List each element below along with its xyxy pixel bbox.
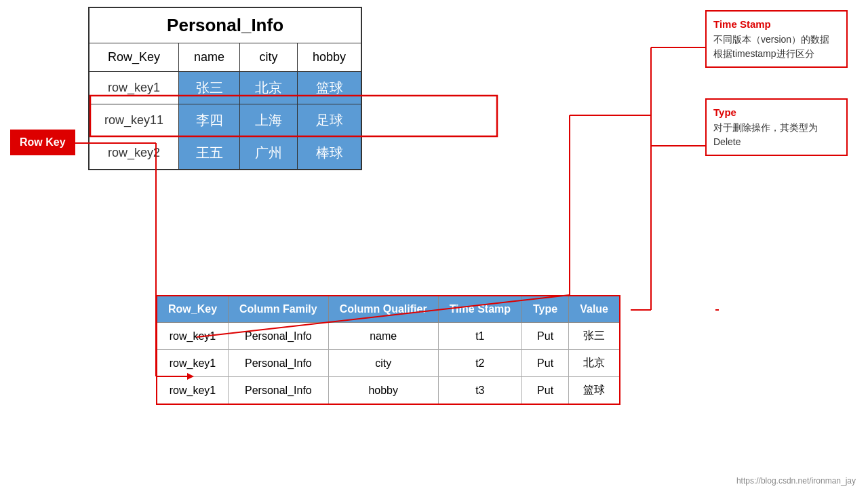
row2-name: 李四 [179,104,240,137]
btable-row: row_key1 Personal_Info name t1 Put 张三 [157,323,620,350]
bottom-table-wrapper: Row_Key Column Family Column Qualifier T… [156,295,620,405]
br3-value: 篮球 [569,377,620,405]
row3-name: 王五 [179,137,240,170]
bth-timestamp: Time Stamp [438,296,521,323]
anno-type-line2: Delete [713,135,840,149]
col-header-rowkey: Row_Key [89,43,179,72]
top-table-wrapper: Personal_Info Row_Key name city hobby ro… [88,7,362,170]
anno-type-line1: 对于删除操作，其类型为 [713,121,840,135]
btable-row: row_key1 Personal_Info hobby t3 Put 篮球 [157,377,620,405]
anno-ts-title: Time Stamp [713,17,840,33]
br2-value: 北京 [569,350,620,377]
anno-ts-line2: 根据timestamp进行区分 [713,47,840,61]
br3-rowkey: row_key1 [157,377,229,405]
anno-type-title: Type [713,105,840,121]
personal-info-table: Personal_Info Row_Key name city hobby ro… [88,7,362,170]
col-header-name: name [179,43,240,72]
hbase-data-table: Row_Key Column Family Column Qualifier T… [156,295,620,405]
col-header-city: city [240,43,298,72]
row2-hobby: 足球 [298,104,362,137]
watermark: https://blog.csdn.net/ironman_jay [736,476,856,486]
bth-value: Value [569,296,620,323]
br1-timestamp: t1 [438,323,521,350]
row3-city: 广州 [240,137,298,170]
row2-city: 上海 [240,104,298,137]
annotation-timestamp: Time Stamp 不同版本（version）的数据 根据timestamp进… [705,10,848,68]
br1-colfamily: Personal_Info [229,323,329,350]
br3-colfamily: Personal_Info [229,377,329,405]
row1-hobby: 篮球 [298,72,362,104]
br1-colqual: name [328,323,438,350]
br2-rowkey: row_key1 [157,350,229,377]
row-key-badge: Row Key [10,130,75,155]
col-header-hobby: hobby [298,43,362,72]
bth-rowkey: Row_Key [157,296,229,323]
anno-ts-line1: 不同版本（version）的数据 [713,33,840,47]
br3-colqual: hobby [328,377,438,405]
btable-row: row_key1 Personal_Info city t2 Put 北京 [157,350,620,377]
bth-colfamily: Column Family [229,296,329,323]
br1-type: Put [522,323,569,350]
row1-key: row_key1 [89,72,179,104]
br3-timestamp: t3 [438,377,521,405]
br2-timestamp: t2 [438,350,521,377]
br2-colfamily: Personal_Info [229,350,329,377]
table-title: Personal_Info [89,7,361,43]
row2-key: row_key11 [89,104,179,137]
br2-type: Put [522,350,569,377]
br2-colqual: city [328,350,438,377]
bth-type: Type [522,296,569,323]
br1-rowkey: row_key1 [157,323,229,350]
bth-colqual: Column Qualifier [328,296,438,323]
annotation-type: Type 对于删除操作，其类型为 Delete [705,98,848,156]
br3-type: Put [522,377,569,405]
row1-city: 北京 [240,72,298,104]
row1-name: 张三 [179,72,240,104]
row3-hobby: 棒球 [298,137,362,170]
br1-value: 张三 [569,323,620,350]
row3-key: row_key2 [89,137,179,170]
